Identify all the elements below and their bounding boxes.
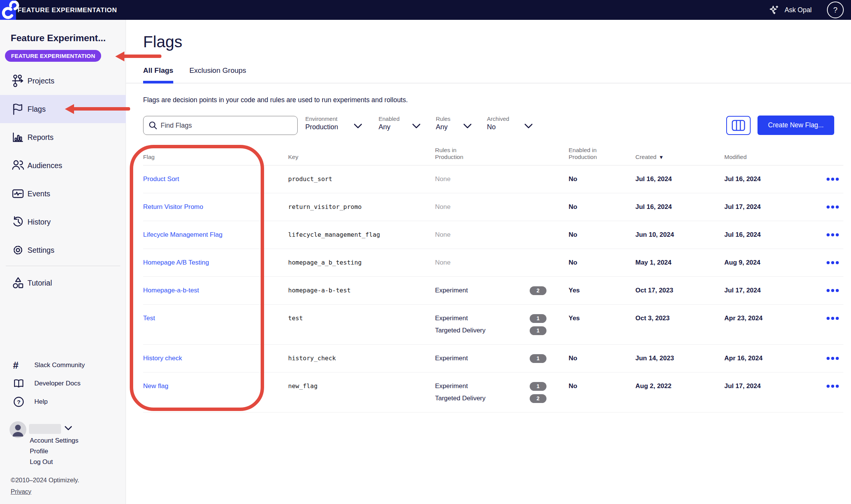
help-icon[interactable]: ? (827, 2, 844, 18)
search-icon (148, 121, 158, 130)
ask-opal-label: Ask Opal (785, 6, 812, 14)
column-header-rules-in-production[interactable]: Rules in Production (435, 147, 569, 161)
privacy-link[interactable]: Privacy (11, 488, 31, 495)
row-menu-button[interactable] (827, 202, 839, 212)
table-row: Lifecycle Management Flaglifecycle_manag… (143, 221, 843, 249)
filter-rules[interactable]: Rules Any (436, 116, 450, 131)
flag-name-link[interactable]: Return Visitor Promo (143, 193, 288, 221)
kebab-dot-icon (827, 205, 830, 209)
filter-archived[interactable]: Archived No (487, 116, 509, 131)
flag-key: homepage_a_b_testing (288, 249, 435, 276)
kebab-dot-icon (836, 233, 839, 236)
column-settings-button[interactable] (726, 116, 751, 135)
row-menu-button[interactable] (827, 174, 839, 184)
question-circle-icon: ? (13, 396, 34, 408)
tab-all-flags[interactable]: All Flags (143, 66, 173, 83)
created-date: Jul 16, 2024 (635, 165, 724, 193)
chevron-down-icon[interactable] (463, 123, 472, 130)
rule-count-badge: 1 (530, 382, 546, 391)
created-date: Jun 14, 2023 (635, 345, 724, 372)
sidebar-item-developer-docs[interactable]: Developer Docs (0, 374, 126, 393)
sidebar-item-reports[interactable]: Reports (0, 123, 126, 151)
sidebar-item-history[interactable]: History (0, 208, 126, 236)
filter-enabled[interactable]: Enabled Any (379, 116, 400, 131)
flag-name-link[interactable]: Test (143, 305, 288, 344)
resource-label: Slack Community (34, 361, 85, 369)
flag-name-link[interactable]: New flag (143, 372, 288, 412)
rule-line: Experiment2 (435, 286, 569, 295)
menu-item-profile[interactable]: Profile (30, 446, 79, 457)
row-actions-cell (813, 221, 843, 249)
tab-exclusion-groups[interactable]: Exclusion Groups (189, 66, 246, 83)
search-input[interactable] (161, 122, 297, 130)
created-date: Oct 3, 2023 (635, 305, 724, 344)
chevron-down-icon[interactable] (63, 425, 73, 432)
row-menu-button[interactable] (827, 286, 839, 295)
flag-name-link[interactable]: Homepage-a-b-test (143, 277, 288, 304)
page-title: Flags (143, 33, 182, 51)
flags-table: Flag Key Rules in Production Enabled in … (143, 147, 843, 413)
chevron-down-icon[interactable] (524, 123, 533, 130)
sidebar-item-flags[interactable]: Flags (0, 95, 126, 123)
column-header-modified[interactable]: Modified (724, 154, 813, 161)
row-menu-button[interactable] (827, 230, 839, 240)
top-bar: FEATURE EXPERIMENTATION Ask Opal ? (0, 0, 851, 20)
row-menu-button[interactable] (827, 258, 839, 268)
sidebar-item-slack-community[interactable]: # Slack Community (0, 356, 126, 374)
modified-date: Jul 16, 2024 (724, 221, 813, 249)
sidebar-item-audiences[interactable]: Audiences (0, 151, 126, 180)
row-menu-button[interactable] (827, 353, 839, 363)
book-icon (13, 378, 34, 389)
row-menu-button[interactable] (827, 313, 839, 323)
enabled-in-production-value: No (569, 193, 635, 221)
rule-type-label: Targeted Delivery (435, 393, 530, 403)
create-new-flag-button[interactable]: Create New Flag... (758, 116, 834, 135)
table-row: New flagnew_flagExperiment1Targeted Deli… (143, 372, 843, 413)
sidebar-item-events[interactable]: Events (0, 180, 126, 208)
flag-name-link[interactable]: Product Sort (143, 165, 288, 193)
menu-item-log-out[interactable]: Log Out (30, 457, 79, 467)
rule-line: None (435, 230, 569, 240)
rule-type-label: Experiment (435, 353, 530, 363)
flag-name-link[interactable]: History check (143, 345, 288, 372)
row-actions-cell (813, 305, 843, 344)
sidebar: Feature Experiment... FEATURE EXPERIMENT… (0, 20, 126, 504)
modified-date: Jul 17, 2024 (724, 372, 813, 412)
rules-in-production-cell: Experiment2 (435, 277, 569, 304)
filter-label: Rules (436, 116, 450, 122)
chevron-down-icon[interactable] (411, 123, 421, 130)
rules-in-production-cell: None (435, 193, 569, 221)
optimizely-logo[interactable] (0, 0, 16, 20)
column-header-enabled-in-production[interactable]: Enabled in Production (569, 147, 635, 161)
ask-opal-button[interactable]: Ask Opal (769, 4, 812, 16)
avatar[interactable] (10, 421, 26, 438)
rule-line: Targeted Delivery1 (435, 326, 569, 335)
sidebar-item-help[interactable]: ? Help (0, 393, 126, 411)
kebab-dot-icon (831, 178, 834, 181)
flag-name-link[interactable]: Homepage A/B Testing (143, 249, 288, 276)
row-actions-cell (813, 165, 843, 193)
column-header-flag[interactable]: Flag (143, 154, 288, 161)
project-name[interactable]: Feature Experiment... (11, 33, 121, 43)
rule-type-label: Experiment (435, 286, 530, 295)
flag-name-link[interactable]: Lifecycle Management Flag (143, 221, 288, 249)
table-row: Return Visitor Promoreturn_visitor_promo… (143, 193, 843, 221)
row-actions-cell (813, 193, 843, 221)
sidebar-item-settings[interactable]: Settings (0, 236, 126, 264)
bar-chart-icon (11, 131, 27, 144)
monitor-pulse-icon (11, 187, 27, 200)
row-menu-button[interactable] (827, 381, 839, 391)
rules-in-production-cell: None (435, 165, 569, 193)
chevron-down-icon[interactable] (353, 123, 363, 130)
column-header-created[interactable]: Created▼ (635, 154, 724, 161)
flag-key: history_check (288, 345, 435, 372)
filter-environment[interactable]: Environment Production (305, 116, 338, 131)
sidebar-item-tutorial[interactable]: Tutorial (0, 269, 126, 297)
kebab-dot-icon (827, 233, 830, 236)
column-header-key[interactable]: Key (288, 154, 435, 161)
kebab-dot-icon (836, 205, 839, 209)
modified-date: Aug 9, 2024 (724, 249, 813, 276)
menu-item-account-settings[interactable]: Account Settings (30, 435, 79, 446)
sidebar-item-projects[interactable]: Projects (0, 67, 126, 95)
people-icon (11, 159, 27, 172)
